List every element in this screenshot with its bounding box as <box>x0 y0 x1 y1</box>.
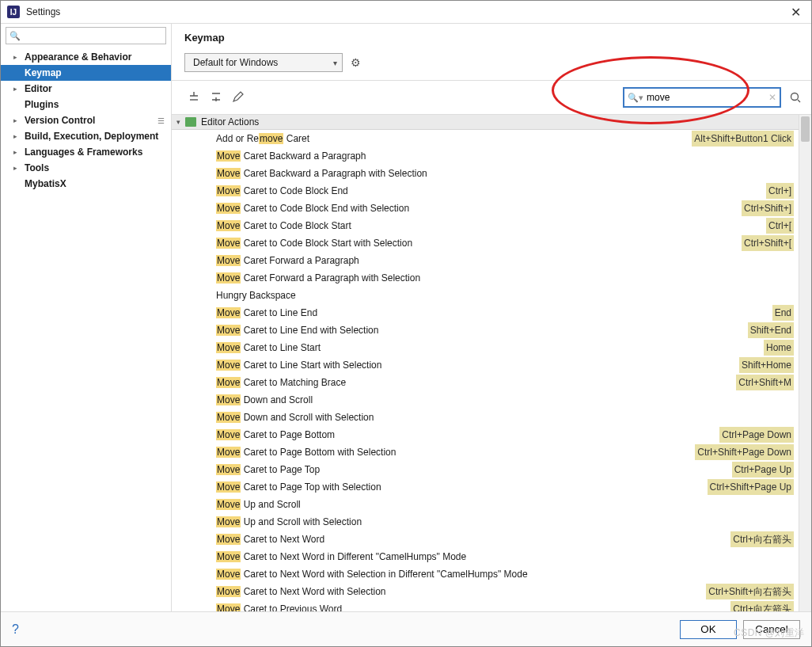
search-highlight: Move <box>216 464 241 475</box>
action-row[interactable]: Move Caret to Code Block Start with Sele… <box>172 234 799 252</box>
ok-button[interactable]: OK <box>680 620 737 639</box>
action-row[interactable]: Move Caret to Next WordCtrl+向右箭头 <box>172 531 799 548</box>
action-row[interactable]: Move Caret Backward a Paragraph <box>172 147 799 165</box>
action-row[interactable]: Move Caret to Code Block EndCtrl+] <box>172 182 799 200</box>
keymap-scheme-dropdown[interactable]: Default for Windows ▾ <box>184 53 343 72</box>
action-row[interactable]: Move Caret to Page Top with SelectionCtr… <box>172 478 799 496</box>
search-highlight: Move <box>216 412 241 423</box>
action-search[interactable]: 🔍▾ ✕ <box>623 87 781 108</box>
chevron-right-icon: ▸ <box>13 85 21 93</box>
action-label: Move Caret to Page Top with Selection <box>216 479 381 495</box>
sidebar-item[interactable]: ▸Build, Execution, Deployment <box>1 128 171 144</box>
search-icon: 🔍 <box>9 31 21 41</box>
actions-group-row[interactable]: ▾ Editor Actions <box>172 115 799 130</box>
sidebar-item[interactable]: Plugins <box>1 97 171 112</box>
action-label: Add or Remove Caret <box>216 131 309 147</box>
action-row[interactable]: Move Caret to Page Bottom with Selection… <box>172 443 799 461</box>
action-row[interactable]: Move Caret to Code Block End with Select… <box>172 200 799 217</box>
action-label: Move Up and Scroll <box>216 497 301 512</box>
action-label: Move Caret to Page Bottom <box>216 427 335 443</box>
shortcut-badge: Ctrl+Shift+] <box>742 200 794 216</box>
project-badge-icon: ☰ <box>155 115 166 126</box>
close-icon[interactable]: ✕ <box>786 5 805 20</box>
sidebar-search[interactable]: 🔍 <box>6 27 166 44</box>
sidebar-item[interactable]: ▸Languages & Frameworks <box>1 144 171 160</box>
action-label: Move Caret to Next Word with Selection i… <box>216 566 528 582</box>
find-by-shortcut-icon[interactable] <box>789 91 802 104</box>
action-row[interactable]: Move Caret to Line Start with SelectionS… <box>172 356 799 374</box>
shortcut-badge: Ctrl+[ <box>766 218 794 234</box>
action-row[interactable]: Add or Remove CaretAlt+Shift+Button1 Cli… <box>172 130 799 147</box>
action-row[interactable]: Move Caret to Line End with SelectionShi… <box>172 322 799 339</box>
clear-icon[interactable]: ✕ <box>768 92 776 103</box>
search-highlight: Move <box>216 586 241 597</box>
action-row[interactable]: Move Caret to Page TopCtrl+Page Up <box>172 461 799 478</box>
shortcut-badge: Shift+Home <box>739 357 794 373</box>
action-label: Move Caret to Line End <box>216 305 317 321</box>
help-icon[interactable]: ? <box>12 622 19 637</box>
action-label: Move Caret to Code Block End with Select… <box>216 200 409 216</box>
shortcut-badge: Ctrl+Shift+[ <box>742 235 794 251</box>
expand-all-icon[interactable] <box>188 90 202 105</box>
search-highlight: Move <box>216 255 241 266</box>
toolbar-row: 🔍▾ ✕ <box>172 81 811 114</box>
action-row[interactable]: Move Caret Forward a Paragraph <box>172 252 799 269</box>
action-row[interactable]: Move Caret to Page BottomCtrl+Page Down <box>172 426 799 443</box>
sidebar-search-input[interactable] <box>24 30 162 41</box>
search-highlight: Move <box>216 220 241 231</box>
gear-icon[interactable]: ⚙ <box>351 56 361 69</box>
shortcut-badge: Ctrl+Shift+Page Up <box>708 479 794 495</box>
action-label: Move Caret to Code Block Start <box>216 218 351 234</box>
sidebar-item[interactable]: ▸Version Control☰ <box>1 112 171 128</box>
watermark: CSDN @刘重洋 <box>734 626 805 640</box>
shortcut-badge: Ctrl+向左箭头 <box>730 601 794 611</box>
search-highlight: Move <box>216 238 241 249</box>
action-row[interactable]: Move Caret Backward a Paragraph with Sel… <box>172 165 799 182</box>
scroll-thumb[interactable] <box>801 116 810 142</box>
action-row[interactable]: Move Caret to Next Word with Selection i… <box>172 565 799 583</box>
action-row[interactable]: Move Up and Scroll <box>172 496 799 513</box>
search-highlight: Move <box>216 307 241 318</box>
action-row[interactable]: Move Caret to Line StartHome <box>172 339 799 356</box>
folder-icon <box>185 117 196 127</box>
sidebar-tree: ▸Appearance & BehaviorKeymap▸EditorPlugi… <box>1 49 171 611</box>
window-title: Settings <box>26 6 60 17</box>
shortcut-badge: Ctrl+Page Down <box>719 427 794 443</box>
actions-list[interactable]: ▾ Editor Actions Add or Remove CaretAlt+… <box>172 115 799 611</box>
action-label: Move Caret to Page Bottom with Selection <box>216 444 396 460</box>
shortcut-badge: Alt+Shift+Button1 Click <box>692 131 794 147</box>
vertical-scrollbar[interactable] <box>799 115 811 611</box>
action-row[interactable]: Move Caret to Code Block StartCtrl+[ <box>172 217 799 234</box>
action-row[interactable]: Move Caret Forward a Paragraph with Sele… <box>172 269 799 287</box>
action-row[interactable]: Move Caret to Next Word in Different "Ca… <box>172 548 799 565</box>
sidebar-item-label: Languages & Frameworks <box>25 147 142 158</box>
shortcut-badge: Ctrl+Shift+向右箭头 <box>706 584 794 599</box>
search-highlight: Move <box>216 569 241 580</box>
sidebar-item[interactable]: Keymap <box>1 65 171 81</box>
sidebar-item-label: Plugins <box>25 99 59 110</box>
chevron-right-icon: ▸ <box>13 116 21 124</box>
action-row[interactable]: Move Up and Scroll with Selection <box>172 513 799 531</box>
dialog-footer: ? OK Cancel <box>1 611 811 646</box>
action-row[interactable]: Move Caret to Next Word with SelectionCt… <box>172 583 799 600</box>
action-label: Move Caret to Next Word with Selection <box>216 584 386 599</box>
ok-label: OK <box>700 623 715 635</box>
action-label: Move Caret Forward a Paragraph <box>216 253 359 268</box>
action-row[interactable]: Move Caret to Matching BraceCtrl+Shift+M <box>172 374 799 391</box>
group-label: Editor Actions <box>201 116 259 127</box>
edit-icon[interactable] <box>232 90 246 105</box>
sidebar-item[interactable]: ▸Tools <box>1 160 171 176</box>
collapse-all-icon[interactable] <box>210 90 224 105</box>
sidebar-item-label: Appearance & Behavior <box>25 51 131 63</box>
sidebar-item[interactable]: MybatisX <box>1 176 171 192</box>
action-label: Move Caret to Code Block End <box>216 183 348 199</box>
action-row[interactable]: Move Caret to Line EndEnd <box>172 304 799 322</box>
action-row[interactable]: Move Down and Scroll with Selection <box>172 409 799 426</box>
action-row[interactable]: Move Down and Scroll <box>172 391 799 409</box>
sidebar-item[interactable]: ▸Appearance & Behavior <box>1 49 171 65</box>
action-label: Move Caret to Line Start with Selection <box>216 357 381 373</box>
sidebar-item[interactable]: ▸Editor <box>1 81 171 97</box>
action-row[interactable]: Hungry Backspace <box>172 287 799 304</box>
action-row[interactable]: Move Caret to Previous WordCtrl+向左箭头 <box>172 600 799 611</box>
action-search-input[interactable] <box>647 92 765 103</box>
